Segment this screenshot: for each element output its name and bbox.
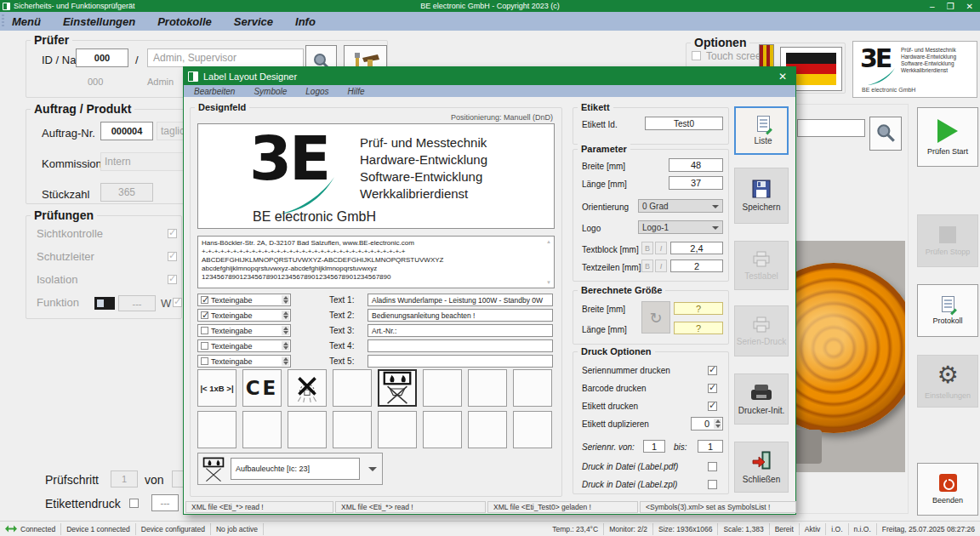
symbol-cell-empty[interactable]: [242, 411, 282, 448]
texteingabe-checkbox-3[interactable]: [201, 327, 208, 334]
scroll-up-icon[interactable]: ▲: [546, 237, 551, 246]
drucker-init-button[interactable]: Drucker-Init.: [734, 373, 789, 425]
maximize-icon[interactable]: ❐: [947, 2, 954, 11]
etikett-drucken-checkbox[interactable]: [708, 402, 717, 411]
etikettendruck-checkbox[interactable]: [129, 499, 139, 508]
speichern-button[interactable]: Speichern: [734, 168, 789, 224]
symbol-cell-empty[interactable]: [513, 369, 552, 407]
minimize-icon[interactable]: –: [930, 2, 935, 11]
symbol-cell-empty[interactable]: [468, 411, 507, 448]
barcode-drucken-checkbox[interactable]: [708, 384, 717, 393]
dialog-menu-symbole[interactable]: Symbole: [254, 87, 287, 96]
menu-menue[interactable]: Menü: [12, 15, 41, 28]
dialog-menu-logos[interactable]: Logos: [305, 87, 328, 96]
dialog-close-icon[interactable]: ✕: [770, 71, 795, 83]
label-logo-preview[interactable]: 3E Prüf- und Messtechnik Hardware-Entwic…: [197, 123, 555, 229]
text4-field[interactable]: [368, 339, 553, 352]
pruefen-start-button[interactable]: Prüfen Start: [917, 107, 978, 167]
symbol-select-combo[interactable]: Aufbauleuchte [Ic: 23]: [197, 453, 383, 485]
texteingabe-checkbox-2[interactable]: [201, 311, 208, 319]
texteingabe-checkbox-5[interactable]: [201, 357, 208, 365]
pruefer-name-field[interactable]: Admin, Supervisor: [147, 48, 304, 67]
symbol-combo-value[interactable]: Aufbauleuchte [Ic: 23]: [231, 458, 360, 480]
laenge-field[interactable]: 37: [669, 176, 723, 190]
spinner-icon[interactable]: [714, 419, 721, 429]
texteingabe-checkbox-4[interactable]: [201, 342, 208, 350]
spinner-icon[interactable]: [282, 341, 289, 351]
scroll-down-icon[interactable]: ▼: [546, 278, 551, 287]
produkt-search-button[interactable]: [869, 117, 902, 151]
symbol-cell-empty[interactable]: [423, 369, 462, 407]
symbol-cell-empty[interactable]: [333, 411, 372, 448]
chevron-down-icon[interactable]: [368, 467, 377, 471]
spinner-icon[interactable]: [282, 311, 289, 320]
text1-field[interactable]: Aladins Wunderlampe - Leistung 100W - St…: [368, 294, 553, 306]
text3-field[interactable]: Art.-Nr.:: [368, 324, 553, 337]
etikett-duplizieren-spinner[interactable]: 0: [691, 417, 723, 431]
orientierung-select[interactable]: 0 Grad: [638, 199, 723, 213]
texteingabe-combo-2[interactable]: Texteingabe: [197, 309, 291, 322]
text2-field[interactable]: Bedienungsanleitung beachten !: [368, 309, 553, 322]
symbol-cell-empty[interactable]: [197, 411, 236, 448]
symbol-cell-barcode[interactable]: |< 1xB >|: [197, 369, 236, 407]
dialog-menu-hilfe[interactable]: Hilfe: [348, 87, 365, 96]
symbol-cell-empty[interactable]: [333, 369, 372, 407]
pruefschritt-step-field[interactable]: 1: [111, 470, 138, 488]
refresh-button[interactable]: ↻: [641, 301, 670, 334]
seriennr-von-field[interactable]: 1: [643, 440, 665, 453]
textblock-field[interactable]: 2,4: [670, 242, 723, 254]
symbol-cell-crossed-lamp[interactable]: [288, 369, 327, 407]
etikettendruck-count-field[interactable]: ---: [151, 494, 179, 511]
produkt-search-field[interactable]: [797, 119, 865, 137]
bold-button[interactable]: B: [641, 259, 653, 272]
spinner-icon[interactable]: [282, 326, 289, 335]
texteingabe-checkbox-1[interactable]: [201, 296, 208, 304]
symbol-cell-empty[interactable]: [513, 411, 552, 448]
close-icon[interactable]: ✕: [966, 2, 973, 11]
texteingabe-combo-5[interactable]: Texteingabe: [197, 355, 291, 368]
bold-button[interactable]: B: [641, 242, 653, 254]
label-textblock-preview[interactable]: Hans-Böckler-Str. 2A, D-32107 Bad Salzuf…: [197, 236, 555, 288]
spinner-icon[interactable]: [282, 356, 289, 366]
menu-protokolle[interactable]: Protokolle: [157, 15, 212, 28]
italic-button[interactable]: I: [655, 259, 667, 272]
symbol-cell-empty[interactable]: [423, 411, 462, 448]
menu-einstellungen[interactable]: Einstellungen: [63, 15, 135, 28]
menu-info[interactable]: Info: [295, 15, 316, 28]
pruefer-id-field[interactable]: 000: [76, 48, 128, 67]
text5-field[interactable]: [368, 355, 553, 368]
seriennummer-drucken-checkbox[interactable]: [708, 366, 717, 375]
italic-button[interactable]: I: [655, 242, 667, 254]
symbol-cell-empty[interactable]: [288, 411, 327, 448]
textzeilen-field[interactable]: 2: [670, 259, 723, 272]
beenden-button[interactable]: Beenden: [917, 463, 978, 516]
pruefung-schutzleiter-checkbox[interactable]: [168, 252, 177, 261]
symbol-cell-ce[interactable]: CE: [242, 369, 282, 407]
breite-field[interactable]: 48: [669, 158, 723, 172]
pruefung-sichtkontrolle-checkbox[interactable]: [168, 229, 177, 238]
pruefung-funktion-checkbox[interactable]: [173, 298, 182, 307]
schliessen-button[interactable]: Schließen: [734, 442, 789, 493]
funktion-value-field[interactable]: ---: [118, 295, 156, 311]
dialog-statusbar: XML file <Eti_*> read ! XML file <Eti_*>…: [185, 501, 798, 513]
protokoll-button[interactable]: Protokoll: [917, 284, 978, 337]
druck-pdf-checkbox[interactable]: [708, 462, 717, 471]
logo-select[interactable]: Logo-1: [638, 220, 723, 234]
auftrag-nr-field[interactable]: 000004: [100, 122, 153, 140]
spinner-icon[interactable]: [282, 295, 289, 305]
druck-zpl-checkbox[interactable]: [708, 480, 717, 489]
symbol-cell-empty[interactable]: [468, 369, 507, 407]
pruefung-isolation-checkbox[interactable]: [168, 275, 177, 284]
liste-button[interactable]: Liste: [734, 106, 789, 155]
dialog-menu-bearbeiten[interactable]: Bearbeiten: [194, 87, 235, 96]
texteingabe-combo-3[interactable]: Texteingabe: [197, 324, 291, 337]
symbol-cell-flames-selected[interactable]: [378, 369, 417, 407]
symbol-cell-empty[interactable]: [378, 411, 417, 448]
touchscreen-checkbox[interactable]: [692, 51, 701, 60]
texteingabe-combo-4[interactable]: Texteingabe: [197, 339, 291, 352]
etikett-id-field[interactable]: Test0: [645, 117, 723, 130]
texteingabe-combo-1[interactable]: Texteingabe: [197, 294, 291, 306]
menu-service[interactable]: Service: [234, 15, 273, 28]
seriennr-bis-field[interactable]: 1: [698, 440, 723, 453]
stueckzahl-field[interactable]: 365: [100, 183, 153, 202]
